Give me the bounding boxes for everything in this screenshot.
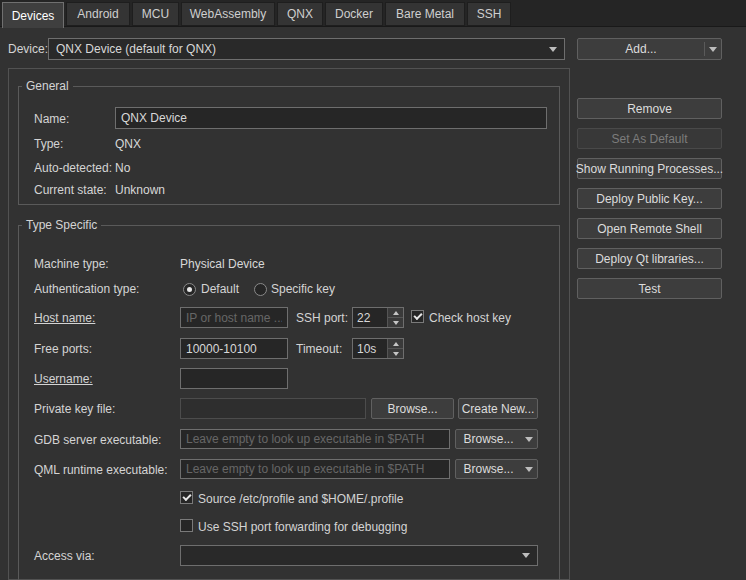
arrow-down-icon — [393, 352, 399, 356]
add-button[interactable]: Add... — [577, 38, 722, 60]
chevron-down-icon — [525, 467, 533, 472]
private-key-file-label: Private key file: — [34, 402, 115, 416]
tab-qnx[interactable]: QNX — [277, 2, 323, 26]
auth-default-radio-label[interactable]: Default — [201, 282, 239, 296]
tab-bar: Devices Android MCU WebAssembly QNX Dock… — [0, 0, 746, 27]
chevron-down-icon — [525, 437, 533, 442]
spin-down-button[interactable] — [388, 348, 403, 358]
type-value: QNX — [115, 137, 141, 151]
tab-devices[interactable]: Devices — [2, 2, 64, 28]
machine-type-label: Machine type: — [34, 257, 109, 271]
chevron-down-icon — [522, 553, 530, 558]
tab-webassembly[interactable]: WebAssembly — [181, 2, 275, 26]
type-specific-group-title: Type Specific — [22, 218, 101, 232]
auth-specific-key-radio-label[interactable]: Specific key — [271, 282, 335, 296]
remove-button[interactable]: Remove — [577, 98, 722, 119]
spin-up-button[interactable] — [388, 308, 403, 317]
autodetected-label: Auto-detected: — [34, 161, 112, 175]
arrow-up-icon — [393, 311, 399, 315]
access-via-combobox[interactable] — [180, 545, 538, 566]
name-input[interactable] — [115, 107, 547, 129]
deploy-qt-libraries-button[interactable]: Deploy Qt libraries... — [577, 248, 722, 269]
source-profile-checkbox[interactable] — [180, 491, 193, 504]
ssh-port-label: SSH port: — [296, 311, 348, 325]
private-key-browse-button[interactable]: Browse... — [371, 398, 454, 419]
chevron-down-icon — [709, 47, 717, 52]
ssh-port-input[interactable] — [353, 308, 387, 327]
spin-down-button[interactable] — [388, 317, 403, 327]
test-button[interactable]: Test — [577, 278, 722, 299]
device-combobox-value: QNX Device (default for QNX) — [56, 42, 549, 56]
qml-runtime-executable-input[interactable] — [180, 459, 450, 479]
machine-type-value: Physical Device — [180, 257, 265, 271]
show-running-processes-button[interactable]: Show Running Processes... — [577, 158, 722, 179]
create-new-key-button[interactable]: Create New... — [458, 398, 538, 419]
host-name-label: Host name: — [34, 311, 95, 325]
qml-browse-button[interactable]: Browse... — [455, 459, 538, 479]
auth-specific-key-radio[interactable] — [254, 283, 267, 296]
ssh-port-forwarding-checkbox[interactable] — [180, 519, 193, 532]
type-label: Type: — [34, 137, 63, 151]
chevron-down-icon — [549, 47, 557, 52]
tab-android[interactable]: Android — [66, 2, 130, 26]
arrow-up-icon — [393, 342, 399, 346]
gdb-browse-menu-arrow[interactable] — [521, 437, 537, 442]
free-ports-label: Free ports: — [34, 342, 92, 356]
spin-up-button[interactable] — [388, 339, 403, 348]
device-combobox[interactable]: QNX Device (default for QNX) — [48, 38, 565, 60]
source-profile-label[interactable]: Source /etc/profile and $HOME/.profile — [198, 492, 403, 506]
tab-ssh[interactable]: SSH — [467, 2, 511, 26]
add-button-label: Add... — [578, 42, 704, 56]
name-label: Name: — [34, 112, 69, 126]
auth-default-radio[interactable] — [183, 283, 196, 296]
spin-buttons — [387, 308, 403, 327]
device-settings-window: Devices Android MCU WebAssembly QNX Dock… — [0, 0, 746, 580]
add-menu-arrow[interactable] — [705, 47, 721, 52]
gdb-browse-button[interactable]: Browse... — [455, 429, 538, 449]
private-key-file-input — [180, 398, 366, 419]
timeout-input[interactable] — [353, 339, 387, 358]
ssh-port-spinbox[interactable] — [352, 307, 404, 328]
timeout-label: Timeout: — [296, 342, 342, 356]
arrow-down-icon — [393, 321, 399, 325]
tab-bare-metal[interactable]: Bare Metal — [385, 2, 465, 26]
qml-browse-menu-arrow[interactable] — [521, 467, 537, 472]
check-host-key-checkbox[interactable] — [411, 310, 424, 323]
qml-browse-button-label: Browse... — [456, 462, 521, 476]
gdb-browse-button-label: Browse... — [456, 432, 521, 446]
general-group-title: General — [22, 79, 73, 93]
authentication-type-label: Authentication type: — [34, 282, 139, 296]
tab-docker[interactable]: Docker — [325, 2, 383, 26]
username-input[interactable] — [180, 368, 288, 389]
set-as-default-button: Set As Default — [577, 128, 722, 149]
device-label: Device: — [8, 42, 48, 56]
gdb-server-executable-label: GDB server executable: — [34, 433, 161, 447]
free-ports-input[interactable] — [180, 338, 288, 359]
tab-mcu[interactable]: MCU — [132, 2, 179, 26]
timeout-spinbox[interactable] — [352, 338, 404, 359]
access-via-label: Access via: — [34, 549, 95, 563]
ssh-port-forwarding-label[interactable]: Use SSH port forwarding for debugging — [198, 520, 407, 534]
qml-runtime-executable-label: QML runtime executable: — [34, 463, 168, 477]
autodetected-value: No — [115, 161, 130, 175]
username-label: Username: — [34, 372, 93, 386]
gdb-server-executable-input[interactable] — [180, 429, 450, 449]
current-state-label: Current state: — [34, 183, 107, 197]
check-host-key-label[interactable]: Check host key — [429, 311, 511, 325]
spin-buttons — [387, 339, 403, 358]
open-remote-shell-button[interactable]: Open Remote Shell — [577, 218, 722, 239]
current-state-value: Unknown — [115, 183, 165, 197]
host-name-input[interactable] — [180, 307, 288, 328]
deploy-public-key-button[interactable]: Deploy Public Key... — [577, 188, 722, 209]
